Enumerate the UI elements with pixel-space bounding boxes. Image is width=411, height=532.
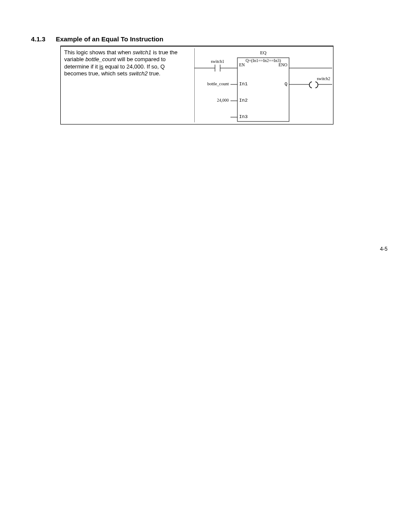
in1-label: In1 [239, 81, 248, 87]
desc-text: true. [148, 70, 161, 77]
bottle-count-label: bottle_count [207, 81, 229, 86]
example-description: This logic shows that when switch1 is tr… [64, 49, 187, 77]
section-title: Example of an Equal To Instruction [56, 35, 163, 43]
page-number: 4-5 [380, 246, 387, 252]
switch2-label: switch2 [317, 76, 330, 81]
value-24000: 24,000 [217, 98, 229, 103]
en-label: EN [239, 62, 245, 67]
desc-bottle-count: bottle_count [85, 56, 116, 62]
desc-switch1: switch1 [133, 49, 151, 56]
block-title: EQ [260, 50, 267, 55]
in3-label: In3 [239, 114, 248, 119]
desc-switch2: switch2 [129, 70, 147, 77]
eno-label: ENO [278, 62, 287, 67]
switch1-label: switch1 [211, 59, 224, 64]
block-expr: Q=(In1==In2==In3) [246, 58, 281, 63]
section-heading: 4.1.3 Example of an Equal To Instruction [31, 35, 163, 43]
desc-text: This logic shows that when [64, 49, 133, 56]
ladder-diagram: EQ Q=(In1==In2==In3) EN ENO switch1 In1 … [194, 47, 332, 123]
desc-is: is [100, 63, 103, 70]
section-number: 4.1.3 [31, 35, 45, 43]
example-box: This logic shows that when switch1 is tr… [60, 46, 333, 124]
svg-rect-1 [237, 58, 289, 121]
q-label: Q [284, 81, 287, 87]
in2-label: In2 [239, 98, 248, 103]
